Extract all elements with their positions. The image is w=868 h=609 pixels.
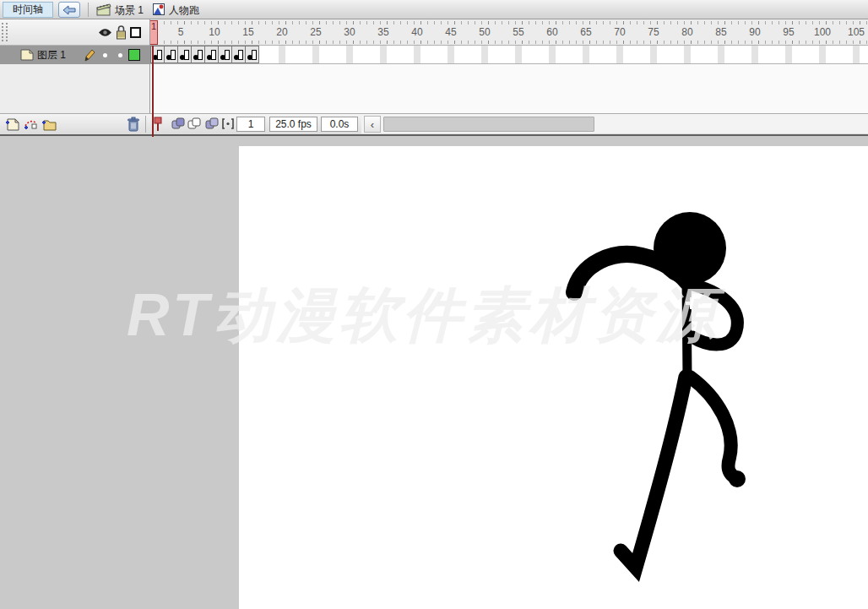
insert-folder-icon[interactable] <box>41 117 57 131</box>
current-frame-box[interactable]: 1 <box>236 117 265 132</box>
frame-grid-stripe <box>718 46 724 63</box>
stick-figure-drawing <box>0 136 868 609</box>
ruler-number: 45 <box>438 26 464 38</box>
center-frame-icon[interactable] <box>152 117 164 132</box>
back-arrow-icon <box>62 5 76 15</box>
figure-torso <box>686 279 687 378</box>
frame-grid-stripe <box>279 46 285 63</box>
frame-grid-stripe <box>785 46 792 63</box>
timeline-scrollbar-track[interactable]: ‹ <box>361 115 868 133</box>
ruler-number: 100 <box>810 26 835 38</box>
layer-visible-dot[interactable] <box>103 53 107 57</box>
frame-grid-stripe <box>380 46 387 63</box>
delete-layer-trash-icon[interactable] <box>127 117 140 132</box>
onion-skin-icon[interactable] <box>171 117 186 130</box>
frame-grid-stripe <box>515 46 522 63</box>
modify-onion-markers-icon[interactable] <box>221 117 235 130</box>
layer-outline-color-swatch[interactable] <box>128 49 140 61</box>
frame-grid-stripe <box>650 46 657 63</box>
layer-page-icon <box>20 49 34 61</box>
back-button[interactable] <box>58 2 80 18</box>
layer-name: 图层 1 <box>37 48 66 63</box>
layer-column-header <box>0 19 150 46</box>
ruler-number: 80 <box>675 26 700 38</box>
layer-lock-dot[interactable] <box>118 53 122 57</box>
cursor-arrow-icon <box>698 307 722 330</box>
add-motion-guide-icon[interactable] <box>23 117 38 131</box>
panel-grip-handle[interactable] <box>2 23 8 41</box>
timeline-panel: 5101520253035404550556065707580859095100… <box>0 19 868 136</box>
scene-breadcrumb[interactable]: 场景 1 <box>115 3 144 18</box>
timeline-panel-tab[interactable]: 时间轴 <box>3 2 53 18</box>
ruler-number: 20 <box>269 26 295 38</box>
layer-row[interactable]: 图层 1 <box>0 46 149 64</box>
ruler-number: 40 <box>404 26 430 38</box>
symbol-breadcrumb[interactable]: 人物跑 <box>169 3 199 18</box>
ruler-number: 25 <box>303 26 328 38</box>
stage-pasteboard: RT动漫软件素材资源 <box>0 136 868 609</box>
ruler-number: 70 <box>607 26 632 38</box>
figure-front-leg <box>621 377 686 568</box>
ruler-number: 15 <box>236 26 261 38</box>
keyframe-span[interactable] <box>177 46 192 63</box>
span-end-frame <box>252 50 257 60</box>
lock-icon[interactable] <box>116 25 127 40</box>
keyframe-span[interactable] <box>191 46 205 63</box>
statusbar-separator <box>145 116 146 133</box>
scrollbar-left-arrow[interactable]: ‹ <box>364 116 381 133</box>
playhead-frame-indicator[interactable]: 1 <box>150 20 158 45</box>
span-end-frame <box>225 50 230 60</box>
keyframe-span[interactable] <box>245 46 259 63</box>
scene-clapperboard-icon <box>96 3 111 16</box>
frame-grid-stripe <box>684 46 691 63</box>
ruler-number: 10 <box>202 26 227 38</box>
frame-rate-box[interactable]: 25.0 fps <box>269 117 317 132</box>
keyframe-span[interactable] <box>231 46 246 63</box>
scrollbar-thumb[interactable] <box>383 117 594 132</box>
frame-grid-stripe <box>414 46 420 63</box>
frame-grid-stripe <box>481 46 488 63</box>
elapsed-time-box[interactable]: 0.0s <box>321 117 358 132</box>
layer-panel-empty-area <box>0 64 149 113</box>
frame-grid-stripe <box>549 46 556 63</box>
span-end-frame <box>184 50 189 60</box>
figure-back-foot <box>729 470 746 487</box>
insert-layer-icon[interactable] <box>4 117 19 131</box>
playhead[interactable] <box>152 46 154 137</box>
ruler-number: 60 <box>540 26 565 38</box>
timeline-ruler[interactable]: 5101520253035404550556065707580859095100… <box>150 19 868 46</box>
ruler-number: 5 <box>168 26 193 38</box>
ruler-number: 95 <box>776 26 801 38</box>
keyframe-span[interactable] <box>204 46 219 63</box>
keyframe-row[interactable] <box>150 46 868 64</box>
top-bar: 时间轴 场景 1 人物跑 <box>0 0 868 19</box>
ruler-number: 105 <box>844 26 868 38</box>
ruler-number: 65 <box>573 26 599 38</box>
span-end-frame <box>211 50 216 60</box>
frame-grid-stripe <box>616 46 623 63</box>
ruler-number: 90 <box>742 26 768 38</box>
outline-square-icon[interactable] <box>130 27 141 38</box>
onion-skin-outlines-icon[interactable] <box>187 117 202 130</box>
ruler-number: 50 <box>472 26 497 38</box>
ruler-number: 55 <box>506 26 531 38</box>
frame-grid-stripe <box>312 46 319 63</box>
symbol-icon <box>153 3 165 15</box>
ruler-number: 35 <box>371 26 396 38</box>
editbar-separator <box>88 3 89 17</box>
frame-grid-stripe <box>853 46 860 63</box>
span-end-frame <box>157 50 162 60</box>
figure-back-leg <box>690 377 736 478</box>
frame-grid-stripe <box>448 46 454 63</box>
ruler-number: 75 <box>641 26 666 38</box>
timeline-status-bar: 1 25.0 fps 0.0s ‹ <box>0 113 868 134</box>
ruler-number: 85 <box>708 26 734 38</box>
eye-icon[interactable] <box>98 28 112 37</box>
frame-grid-stripe <box>583 46 589 63</box>
edit-multiple-frames-icon[interactable] <box>205 117 220 130</box>
ruler-number: 30 <box>337 26 362 38</box>
keyframe-span[interactable] <box>218 46 232 63</box>
keyframe-span[interactable] <box>164 46 178 63</box>
span-end-frame <box>171 50 176 60</box>
frames-empty-area[interactable] <box>150 64 868 113</box>
